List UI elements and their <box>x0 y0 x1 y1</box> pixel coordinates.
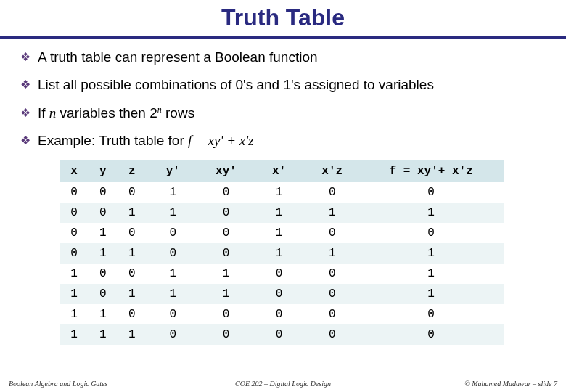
table-cell: 1 <box>358 203 504 223</box>
table-cell: 0 <box>305 304 358 324</box>
table-row: 10111001 <box>60 284 504 304</box>
table-cell: 0 <box>147 304 200 324</box>
diamond-icon: ❖ <box>20 52 30 63</box>
col-header: xy' <box>200 160 253 182</box>
table-cell: 0 <box>200 203 253 223</box>
table-cell: 0 <box>253 324 305 345</box>
table-cell: 0 <box>147 324 200 345</box>
table-row: 01000100 <box>60 223 504 243</box>
table-cell: 0 <box>358 324 504 345</box>
footer-right: © Muhamed Mudawar – slide 7 <box>374 380 557 388</box>
truth-table-container: x y z y' xy' x' x'z f = xy'+ x'z 0001010… <box>60 160 504 345</box>
table-cell: 1 <box>118 203 147 223</box>
table-row: 00010100 <box>60 182 504 203</box>
table-cell: 1 <box>358 243 504 264</box>
title-bar: Truth Table <box>0 0 566 39</box>
diamond-icon: ❖ <box>20 79 30 91</box>
table-cell: 0 <box>200 182 253 203</box>
table-cell: 0 <box>305 264 358 284</box>
table-cell: 0 <box>358 223 504 243</box>
table-cell: 0 <box>147 243 200 264</box>
table-cell: 1 <box>118 284 147 304</box>
table-cell: 1 <box>60 304 89 324</box>
text-fragment: Example: Truth table for <box>38 133 188 148</box>
table-cell: 0 <box>358 304 504 324</box>
table-cell: 0 <box>89 182 118 203</box>
table-cell: 0 <box>200 304 253 324</box>
bullet-item: ❖ A truth table can represent a Boolean … <box>20 49 546 65</box>
table-cell: 0 <box>305 284 358 304</box>
table-cell: 1 <box>89 324 118 345</box>
table-cell: 0 <box>89 264 118 284</box>
table-cell: 1 <box>60 284 89 304</box>
table-cell: 0 <box>200 324 253 345</box>
table-cell: 1 <box>147 182 200 203</box>
bullet-text: List all possible combinations of 0's an… <box>38 77 434 93</box>
table-cell: 1 <box>305 243 358 264</box>
equation: f = xy' + x'z <box>188 133 254 148</box>
table-cell: 1 <box>89 304 118 324</box>
diamond-icon: ❖ <box>20 135 30 147</box>
table-cell: 0 <box>118 223 147 243</box>
table-body: 0001010000110111010001000110011110011001… <box>60 182 504 345</box>
footer: Boolean Algebra and Logic Gates COE 202 … <box>0 380 566 388</box>
col-header: y <box>89 160 118 182</box>
table-cell: 0 <box>305 223 358 243</box>
table-cell: 0 <box>305 182 358 203</box>
table-cell: 0 <box>89 203 118 223</box>
truth-table: x y z y' xy' x' x'z f = xy'+ x'z 0001010… <box>60 160 504 345</box>
col-header: x' <box>253 160 305 182</box>
table-row: 01100111 <box>60 243 504 264</box>
table-cell: 0 <box>253 264 305 284</box>
table-cell: 0 <box>60 243 89 264</box>
bullet-text: Example: Truth table for f = xy' + x'z <box>38 133 254 149</box>
table-cell: 1 <box>305 203 358 223</box>
col-header: x'z <box>305 160 358 182</box>
bullet-text: If n variables then 2n rows <box>38 105 194 121</box>
table-cell: 0 <box>305 324 358 345</box>
col-header: z <box>118 160 147 182</box>
table-row: 11000000 <box>60 304 504 324</box>
table-cell: 1 <box>358 284 504 304</box>
col-header: y' <box>147 160 200 182</box>
table-cell: 0 <box>200 243 253 264</box>
table-cell: 1 <box>253 243 305 264</box>
col-header: x <box>60 160 89 182</box>
table-cell: 1 <box>253 182 305 203</box>
footer-mid: COE 202 – Digital Logic Design <box>192 380 374 388</box>
table-cell: 1 <box>253 203 305 223</box>
variable-n: n <box>49 105 57 121</box>
table-cell: 1 <box>147 203 200 223</box>
table-cell: 0 <box>118 264 147 284</box>
table-cell: 0 <box>118 304 147 324</box>
table-cell: 0 <box>118 182 147 203</box>
diamond-icon: ❖ <box>20 107 30 119</box>
bullet-item: ❖ If n variables then 2n rows <box>20 105 546 121</box>
table-cell: 1 <box>200 264 253 284</box>
table-cell: 0 <box>358 182 504 203</box>
bullet-item: ❖ List all possible combinations of 0's … <box>20 77 546 93</box>
table-row: 00110111 <box>60 203 504 223</box>
table-cell: 1 <box>358 264 504 284</box>
table-cell: 0 <box>89 284 118 304</box>
table-cell: 0 <box>253 284 305 304</box>
text-fragment: If <box>38 105 49 121</box>
table-row: 10011001 <box>60 264 504 284</box>
footer-left: Boolean Algebra and Logic Gates <box>9 380 192 388</box>
page-title: Truth Table <box>0 4 566 31</box>
text-fragment: variables then 2 <box>56 105 157 121</box>
table-cell: 1 <box>60 264 89 284</box>
table-cell: 0 <box>147 223 200 243</box>
table-cell: 0 <box>253 304 305 324</box>
table-cell: 1 <box>147 264 200 284</box>
table-cell: 1 <box>147 284 200 304</box>
table-cell: 1 <box>60 324 89 345</box>
bullet-text: A truth table can represent a Boolean fu… <box>38 49 318 65</box>
table-cell: 0 <box>60 182 89 203</box>
table-cell: 0 <box>60 203 89 223</box>
table-cell: 1 <box>89 223 118 243</box>
table-cell: 1 <box>200 284 253 304</box>
table-cell: 0 <box>60 223 89 243</box>
table-cell: 0 <box>200 223 253 243</box>
table-cell: 1 <box>118 324 147 345</box>
